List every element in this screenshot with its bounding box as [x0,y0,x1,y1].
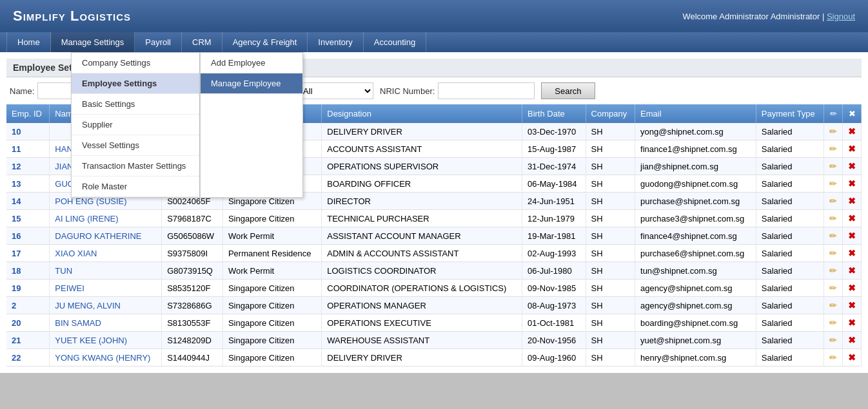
cell-delete[interactable]: ✖ [843,210,862,227]
dropdown-basic-settings[interactable]: Basic Settings [72,94,199,115]
cell-edit[interactable]: ✏ [824,349,843,366]
dropdown-transaction-master-settings[interactable]: Transaction Master Settings [72,156,199,176]
edit-icon[interactable]: ✏ [829,283,837,293]
nav-crm[interactable]: CRM [182,32,222,52]
delete-icon[interactable]: ✖ [848,178,856,189]
cell-emp-id[interactable]: 19 [6,280,50,297]
cell-edit[interactable]: ✏ [824,297,843,314]
delete-icon[interactable]: ✖ [848,144,856,154]
edit-icon[interactable]: ✏ [829,213,837,224]
nav-accounting[interactable]: Accounting [364,32,426,52]
delete-icon[interactable]: ✖ [848,126,856,137]
cell-delete[interactable]: ✖ [843,140,862,158]
edit-icon[interactable]: ✏ [829,178,837,189]
cell-emp-id[interactable]: 12 [6,158,50,175]
signout-link[interactable]: Signout [827,12,855,21]
cell-emp-id[interactable]: 11 [6,140,50,158]
delete-icon[interactable]: ✖ [848,335,856,345]
edit-icon[interactable]: ✏ [829,231,837,241]
cell-name[interactable]: TUN [50,262,162,280]
col-birth-date: Birth Date [522,104,586,123]
delete-icon[interactable]: ✖ [848,265,856,276]
edit-icon[interactable]: ✏ [829,318,837,328]
nav-payroll[interactable]: Payroll [135,32,182,52]
cell-emp-id[interactable]: 20 [6,314,50,332]
delete-icon[interactable]: ✖ [848,352,856,363]
cell-emp-id[interactable]: 21 [6,332,50,349]
dropdown-supplier[interactable]: Supplier [72,115,199,135]
sub-add-employee[interactable]: Add Employee [201,53,302,73]
cell-delete[interactable]: ✖ [843,332,862,349]
cell-delete[interactable]: ✖ [843,262,862,280]
cell-edit[interactable]: ✏ [824,193,843,210]
dropdown-employee-settings[interactable]: Employee Settings [72,73,199,94]
dropdown-role-master[interactable]: Role Master [72,176,199,197]
cell-emp-id[interactable]: 16 [6,227,50,245]
dropdown-company-settings[interactable]: Company Settings [72,53,199,73]
cell-delete[interactable]: ✖ [843,158,862,175]
edit-icon[interactable]: ✏ [829,126,837,137]
cell-delete[interactable]: ✖ [843,123,862,140]
cell-name[interactable]: AI LING (IRENE) [50,210,162,227]
cell-delete[interactable]: ✖ [843,314,862,332]
cell-delete[interactable]: ✖ [843,175,862,193]
cell-name[interactable]: XIAO XIAN [50,245,162,262]
cell-edit[interactable]: ✏ [824,123,843,140]
cell-emp-id[interactable]: 10 [6,123,50,140]
nav-agency-freight[interactable]: Agency & Freight [222,32,308,52]
cell-name[interactable]: BIN SAMAD [50,314,162,332]
cell-delete[interactable]: ✖ [843,245,862,262]
cell-emp-id[interactable]: 18 [6,262,50,280]
delete-icon[interactable]: ✖ [848,283,856,293]
edit-icon[interactable]: ✏ [829,265,837,276]
delete-icon[interactable]: ✖ [848,213,856,224]
cell-emp-id[interactable]: 15 [6,210,50,227]
cell-name[interactable]: DAGURO KATHERINE [50,227,162,245]
cell-delete[interactable]: ✖ [843,297,862,314]
cell-delete[interactable]: ✖ [843,349,862,366]
cell-name[interactable]: YONG KWANG (HENRY) [50,349,162,366]
cell-edit[interactable]: ✏ [824,158,843,175]
cell-edit[interactable]: ✏ [824,227,843,245]
sub-manage-employee[interactable]: Manage Employee [201,73,302,94]
edit-icon[interactable]: ✏ [829,352,837,363]
delete-icon[interactable]: ✖ [848,231,856,241]
delete-icon[interactable]: ✖ [848,161,856,171]
delete-icon[interactable]: ✖ [848,248,856,258]
company-select[interactable]: All [296,82,373,99]
edit-icon[interactable]: ✏ [829,144,837,154]
cell-emp-id[interactable]: 17 [6,245,50,262]
delete-icon[interactable]: ✖ [848,196,856,206]
cell-edit[interactable]: ✏ [824,280,843,297]
cell-emp-id[interactable]: 22 [6,349,50,366]
cell-delete[interactable]: ✖ [843,227,862,245]
cell-delete[interactable]: ✖ [843,280,862,297]
cell-emp-id[interactable]: 13 [6,175,50,193]
search-button[interactable]: Search [541,82,595,99]
cell-name[interactable]: PEIWEI [50,280,162,297]
cell-emp-id[interactable]: 14 [6,193,50,210]
cell-name[interactable]: YUET KEE (JOHN) [50,332,162,349]
nav-home[interactable]: Home [6,32,51,52]
nric-input[interactable] [438,82,535,99]
edit-icon[interactable]: ✏ [829,196,837,206]
nav-manage-settings[interactable]: Manage Settings [51,32,135,52]
cell-edit[interactable]: ✏ [824,262,843,280]
cell-delete[interactable]: ✖ [843,193,862,210]
delete-icon[interactable]: ✖ [848,318,856,328]
delete-icon[interactable]: ✖ [848,300,856,310]
nav-inventory[interactable]: Inventory [308,32,363,52]
cell-edit[interactable]: ✏ [824,210,843,227]
cell-edit[interactable]: ✏ [824,314,843,332]
cell-emp-id[interactable]: 2 [6,297,50,314]
cell-edit[interactable]: ✏ [824,175,843,193]
edit-icon[interactable]: ✏ [829,161,837,171]
cell-edit[interactable]: ✏ [824,140,843,158]
dropdown-vessel-settings[interactable]: Vessel Settings [72,135,199,156]
cell-edit[interactable]: ✏ [824,245,843,262]
cell-name[interactable]: JU MENG, ALVIN [50,297,162,314]
cell-edit[interactable]: ✏ [824,332,843,349]
edit-icon[interactable]: ✏ [829,335,837,345]
edit-icon[interactable]: ✏ [829,248,837,258]
edit-icon[interactable]: ✏ [829,300,837,310]
